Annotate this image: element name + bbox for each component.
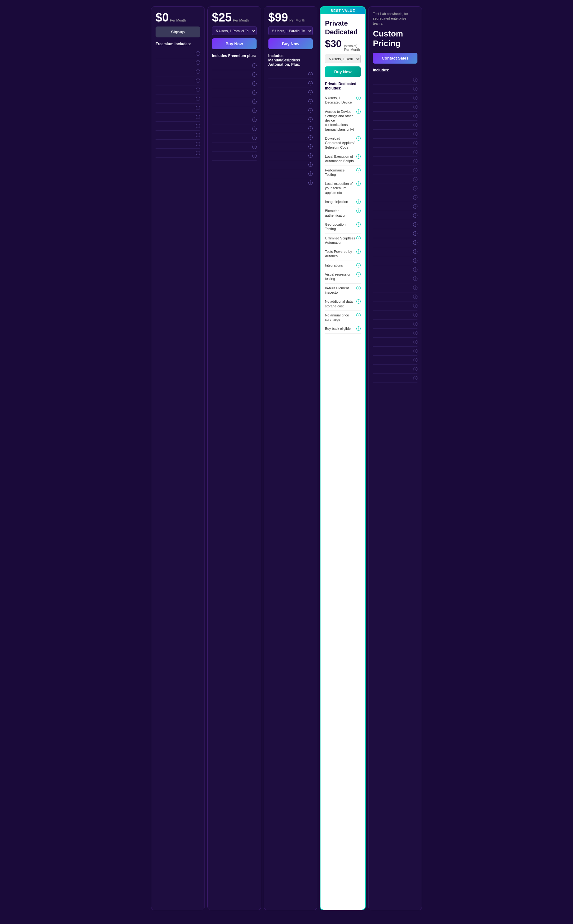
- private-starts-at: (starts at): [344, 44, 360, 48]
- info-icon[interactable]: i: [413, 213, 418, 217]
- info-icon[interactable]: i: [196, 151, 200, 155]
- info-icon[interactable]: i: [413, 177, 418, 181]
- info-icon[interactable]: i: [413, 132, 418, 136]
- info-icon[interactable]: i: [356, 136, 361, 141]
- info-icon[interactable]: i: [252, 99, 257, 104]
- info-icon[interactable]: i: [413, 240, 418, 245]
- info-icon[interactable]: i: [356, 286, 361, 290]
- info-icon[interactable]: i: [356, 327, 361, 331]
- info-icon[interactable]: i: [308, 108, 313, 113]
- info-icon[interactable]: i: [196, 133, 200, 137]
- info-icon[interactable]: i: [252, 127, 257, 131]
- info-icon[interactable]: i: [356, 263, 361, 267]
- freemium-signup-button[interactable]: Signup: [155, 27, 200, 38]
- info-icon[interactable]: i: [413, 313, 418, 317]
- info-icon[interactable]: i: [356, 200, 361, 204]
- info-icon[interactable]: i: [196, 97, 200, 101]
- info-icon[interactable]: i: [252, 91, 257, 95]
- info-icon[interactable]: i: [413, 222, 418, 227]
- pro-buy-button[interactable]: Buy Now: [268, 38, 313, 49]
- info-icon[interactable]: i: [413, 204, 418, 209]
- info-icon[interactable]: i: [308, 163, 313, 167]
- info-icon[interactable]: i: [196, 106, 200, 110]
- info-icon[interactable]: i: [356, 96, 361, 100]
- info-icon[interactable]: i: [196, 78, 200, 83]
- info-icon[interactable]: i: [413, 78, 418, 82]
- info-icon[interactable]: i: [413, 358, 418, 362]
- info-icon[interactable]: i: [356, 272, 361, 277]
- info-icon[interactable]: i: [252, 136, 257, 140]
- info-icon[interactable]: i: [196, 124, 200, 128]
- info-icon[interactable]: i: [356, 249, 361, 254]
- info-icon[interactable]: i: [413, 150, 418, 154]
- list-item: 5 Users, 1 Dedicated Device i: [325, 94, 361, 107]
- info-icon[interactable]: i: [356, 168, 361, 172]
- info-icon[interactable]: i: [413, 277, 418, 281]
- info-icon[interactable]: i: [308, 126, 313, 131]
- info-icon[interactable]: i: [356, 209, 361, 213]
- info-icon[interactable]: i: [413, 349, 418, 353]
- private-plan-select[interactable]: 5 Users, 1 Dedicated Device 10 Users, 2 …: [325, 55, 361, 63]
- info-icon[interactable]: i: [356, 222, 361, 227]
- info-icon[interactable]: i: [413, 303, 418, 308]
- info-icon[interactable]: i: [252, 63, 257, 68]
- info-icon[interactable]: i: [356, 109, 361, 114]
- info-icon[interactable]: i: [413, 168, 418, 172]
- info-icon[interactable]: i: [413, 159, 418, 163]
- info-icon[interactable]: i: [308, 99, 313, 103]
- info-icon[interactable]: i: [413, 340, 418, 344]
- info-icon[interactable]: i: [356, 236, 361, 240]
- standard-buy-button[interactable]: Buy Now: [212, 38, 257, 49]
- info-icon[interactable]: i: [413, 96, 418, 100]
- info-icon[interactable]: i: [413, 114, 418, 118]
- info-icon[interactable]: i: [356, 313, 361, 317]
- info-icon[interactable]: i: [196, 88, 200, 92]
- info-icon[interactable]: i: [252, 81, 257, 86]
- info-icon[interactable]: i: [196, 115, 200, 119]
- info-icon[interactable]: i: [308, 135, 313, 140]
- info-icon[interactable]: i: [308, 117, 313, 122]
- standard-plan-select[interactable]: 5 Users, 1 Parallel Test 10 Users, 2 Par…: [212, 27, 257, 35]
- info-icon[interactable]: i: [196, 52, 200, 56]
- info-icon[interactable]: i: [413, 123, 418, 127]
- info-icon[interactable]: i: [413, 295, 418, 299]
- info-icon[interactable]: i: [308, 81, 313, 85]
- info-icon[interactable]: i: [413, 367, 418, 371]
- info-icon[interactable]: i: [308, 180, 313, 185]
- info-icon[interactable]: i: [413, 267, 418, 272]
- info-icon[interactable]: i: [252, 108, 257, 113]
- info-icon[interactable]: i: [196, 70, 200, 74]
- info-icon[interactable]: i: [356, 299, 361, 303]
- list-item: Download Generated Appium/ Selenium Code…: [325, 134, 361, 152]
- info-icon[interactable]: i: [413, 322, 418, 326]
- private-buy-button[interactable]: Buy Now: [325, 66, 361, 77]
- info-icon[interactable]: i: [252, 145, 257, 149]
- info-icon[interactable]: i: [413, 87, 418, 91]
- info-icon[interactable]: i: [356, 181, 361, 186]
- info-icon[interactable]: i: [356, 154, 361, 159]
- info-icon[interactable]: i: [413, 331, 418, 335]
- info-icon[interactable]: i: [196, 142, 200, 146]
- info-icon[interactable]: i: [413, 105, 418, 109]
- info-icon[interactable]: i: [413, 195, 418, 200]
- pro-plan-select[interactable]: 5 Users, 1 Parallel Test 10 Users, 2 Par…: [268, 27, 313, 35]
- info-icon[interactable]: i: [413, 186, 418, 191]
- info-icon[interactable]: i: [413, 286, 418, 290]
- list-item: i: [155, 49, 200, 58]
- info-icon[interactable]: i: [413, 258, 418, 263]
- info-icon[interactable]: i: [252, 117, 257, 122]
- info-icon[interactable]: i: [308, 90, 313, 94]
- info-icon[interactable]: i: [413, 249, 418, 254]
- info-icon[interactable]: i: [196, 61, 200, 65]
- enterprise-contact-button[interactable]: Contact Sales: [373, 53, 418, 64]
- info-icon[interactable]: i: [308, 72, 313, 77]
- list-item: i: [373, 220, 418, 229]
- info-icon[interactable]: i: [308, 172, 313, 176]
- info-icon[interactable]: i: [413, 231, 418, 236]
- info-icon[interactable]: i: [413, 141, 418, 145]
- info-icon[interactable]: i: [308, 144, 313, 149]
- info-icon[interactable]: i: [308, 153, 313, 158]
- info-icon[interactable]: i: [252, 154, 257, 158]
- info-icon[interactable]: i: [413, 376, 418, 380]
- info-icon[interactable]: i: [252, 72, 257, 77]
